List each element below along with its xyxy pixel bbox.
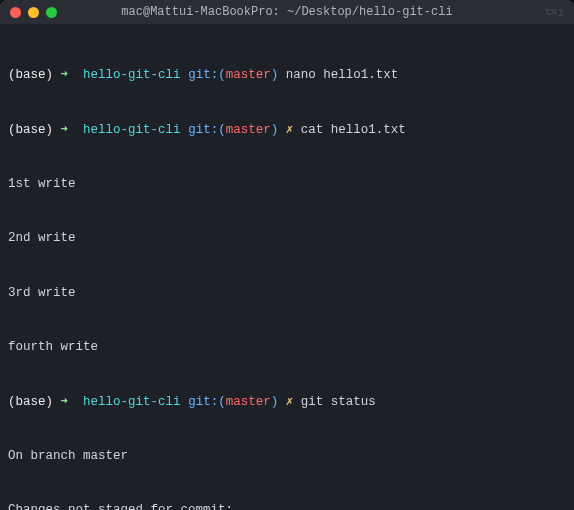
prompt-branch: master [226,68,271,82]
output-line: 2nd write [8,229,566,247]
prompt-git-label: git:( [188,68,226,82]
output-line: 3rd write [8,284,566,302]
titlebar-1[interactable]: mac@Mattui-MacBookPro: ~/Desktop/hello-g… [0,0,574,24]
status-line: Changes not staged for commit: [8,501,566,510]
prompt-git-label: git:( [188,123,226,137]
output-line: 1st write [8,175,566,193]
minimize-icon[interactable] [28,7,39,18]
window-shortcut-1: ⌥⌘1 [544,6,564,19]
terminal-window-1: mac@Mattui-MacBookPro: ~/Desktop/hello-g… [0,0,574,510]
window-title-1: mac@Mattui-MacBookPro: ~/Desktop/hello-g… [0,5,574,19]
prompt-git-close: ) [271,68,279,82]
prompt-dir: hello-git-cli [83,395,181,409]
prompt-dir: hello-git-cli [83,123,181,137]
prompt-arrow-icon: ➜ [61,395,69,409]
status-line: On branch master [8,447,566,465]
close-icon[interactable] [10,7,21,18]
prompt-base: (base) [8,123,53,137]
command-1: nano hello1.txt [286,68,399,82]
traffic-lights [10,7,57,18]
prompt-line-1: (base) ➜ hello-git-cli git:(master) nano… [8,66,566,84]
prompt-git-close: ) [271,123,279,137]
dirty-icon: ✗ [286,123,294,137]
prompt-arrow-icon: ➜ [61,68,69,82]
prompt-git-close: ) [271,395,279,409]
command-2: cat hello1.txt [301,123,406,137]
command-3: git status [301,395,376,409]
terminal-body-1[interactable]: (base) ➜ hello-git-cli git:(master) nano… [0,24,574,510]
prompt-branch: master [226,123,271,137]
prompt-line-2: (base) ➜ hello-git-cli git:(master) ✗ ca… [8,121,566,139]
prompt-line-3: (base) ➜ hello-git-cli git:(master) ✗ gi… [8,393,566,411]
prompt-git-label: git:( [188,395,226,409]
dirty-icon: ✗ [286,395,294,409]
zoom-icon[interactable] [46,7,57,18]
prompt-dir: hello-git-cli [83,68,181,82]
prompt-base: (base) [8,395,53,409]
output-line: fourth write [8,338,566,356]
prompt-base: (base) [8,68,53,82]
prompt-branch: master [226,395,271,409]
prompt-arrow-icon: ➜ [61,123,69,137]
